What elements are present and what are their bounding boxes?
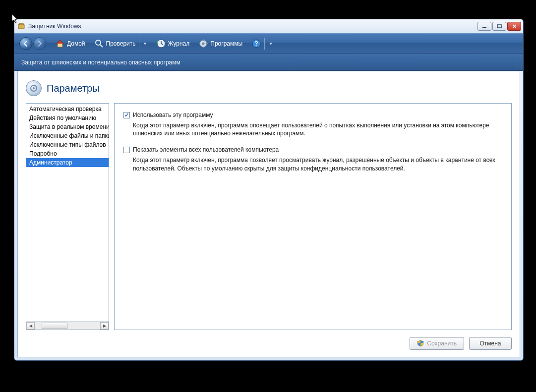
chevron-down-icon[interactable]: ▼ bbox=[143, 42, 147, 46]
content-area: Параметры Автоматическая проверкаДействи… bbox=[17, 71, 520, 357]
option-show-all-users: Показать элементы всех пользователей ком… bbox=[123, 146, 502, 172]
sidebar-item[interactable]: Действия по умолчанию bbox=[26, 113, 109, 122]
checkbox-show-all-users[interactable] bbox=[123, 147, 130, 153]
cancel-button-label: Отмена bbox=[479, 340, 501, 347]
sidebar-item[interactable]: Подробно bbox=[26, 149, 109, 158]
scroll-thumb[interactable] bbox=[42, 323, 67, 329]
subheader-text: Защита от шпионских и потенциально опасн… bbox=[21, 59, 180, 66]
minimize-button[interactable] bbox=[477, 22, 491, 31]
svg-point-16 bbox=[33, 87, 35, 89]
option-use-program: Использовать эту программу Когда этот па… bbox=[123, 112, 502, 137]
option-use-program-desc: Когда этот параметр включен, программа о… bbox=[133, 121, 502, 137]
svg-line-5 bbox=[100, 45, 103, 47]
maximize-button[interactable] bbox=[492, 22, 506, 31]
sidebar-hscrollbar[interactable]: ◀ ▶ bbox=[26, 321, 109, 330]
toolbar-help[interactable]: ? ▼ bbox=[247, 36, 277, 52]
toolbar: Домой Проверить ▼ Журнал Программы ? bbox=[14, 33, 523, 54]
cancel-button[interactable]: Отмена bbox=[469, 337, 512, 350]
save-button[interactable]: Сохранить bbox=[410, 337, 464, 350]
svg-point-4 bbox=[96, 40, 101, 45]
toolbar-check-label: Проверить bbox=[106, 40, 136, 47]
gear-icon bbox=[198, 39, 208, 49]
scroll-left-button[interactable]: ◀ bbox=[26, 322, 35, 330]
option-show-all-users-desc: Когда этот параметр включен, программа п… bbox=[133, 156, 502, 172]
toolbar-programs[interactable]: Программы bbox=[194, 37, 246, 51]
svg-rect-2 bbox=[482, 27, 486, 28]
scroll-right-button[interactable]: ▶ bbox=[100, 322, 109, 330]
window-title: Защитник Windows bbox=[28, 23, 81, 30]
search-icon bbox=[94, 39, 104, 49]
toolbar-history-label: Журнал bbox=[168, 40, 190, 47]
dialog-buttons: Сохранить Отмена bbox=[26, 330, 512, 350]
option-show-all-users-label[interactable]: Показать элементы всех пользователей ком… bbox=[133, 146, 279, 153]
sidebar-item[interactable]: Автоматическая проверка bbox=[26, 105, 109, 113]
help-icon: ? bbox=[251, 39, 261, 49]
app-window: Защитник Windows ✕ Домой Проверить bbox=[14, 19, 524, 361]
page-title: Параметры bbox=[26, 77, 512, 103]
toolbar-home[interactable]: Домой bbox=[51, 37, 89, 51]
close-button[interactable]: ✕ bbox=[507, 22, 521, 31]
toolbar-programs-label: Программы bbox=[210, 40, 242, 47]
settings-panel: Использовать эту программу Когда этот па… bbox=[114, 103, 512, 330]
back-button[interactable] bbox=[19, 37, 32, 50]
scroll-track[interactable] bbox=[35, 322, 100, 330]
home-icon bbox=[55, 39, 65, 49]
sidebar-item[interactable]: Исключенные типы файлов bbox=[26, 140, 109, 149]
sidebar-item[interactable]: Администратор bbox=[26, 158, 109, 167]
forward-button[interactable] bbox=[33, 37, 46, 50]
svg-rect-1 bbox=[19, 23, 23, 25]
subheader: Защита от шпионских и потенциально опасн… bbox=[14, 54, 523, 71]
sidebar-item[interactable]: Исключенные файлы и папки bbox=[26, 131, 109, 140]
toolbar-check[interactable]: Проверить ▼ bbox=[90, 36, 151, 52]
svg-text:?: ? bbox=[254, 40, 258, 47]
save-button-label: Сохранить bbox=[427, 340, 457, 347]
shield-icon bbox=[417, 340, 424, 347]
svg-rect-3 bbox=[497, 25, 501, 28]
toolbar-home-label: Домой bbox=[67, 40, 85, 47]
clock-icon bbox=[156, 39, 166, 49]
titlebar[interactable]: Защитник Windows ✕ bbox=[14, 19, 523, 33]
gear-icon bbox=[26, 80, 42, 96]
page-heading: Параметры bbox=[47, 83, 100, 94]
svg-point-8 bbox=[202, 43, 205, 45]
chevron-down-icon[interactable]: ▼ bbox=[269, 42, 273, 46]
option-use-program-label[interactable]: Использовать эту программу bbox=[133, 112, 213, 118]
checkbox-use-program[interactable] bbox=[123, 112, 130, 118]
sidebar-item[interactable]: Защита в реальном времени bbox=[26, 122, 109, 131]
settings-sidebar: Автоматическая проверкаДействия по умолч… bbox=[26, 103, 109, 330]
toolbar-history[interactable]: Журнал bbox=[152, 37, 194, 51]
